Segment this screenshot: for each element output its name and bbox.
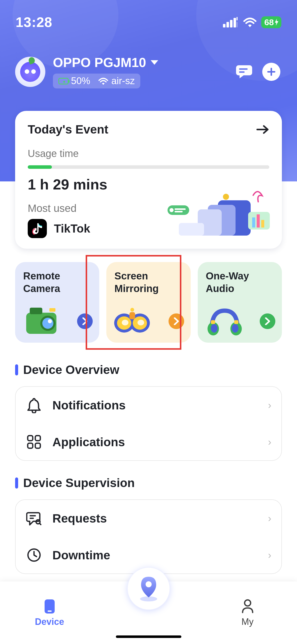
home-indicator[interactable] bbox=[116, 635, 181, 638]
tiktok-icon bbox=[28, 219, 47, 238]
location-pin-icon bbox=[137, 575, 160, 602]
svg-rect-48 bbox=[35, 443, 40, 448]
svg-point-38 bbox=[130, 308, 134, 312]
event-title: Today's Event bbox=[28, 122, 108, 136]
svg-point-41 bbox=[211, 324, 217, 333]
list-label: Notifications bbox=[52, 398, 258, 412]
svg-rect-5 bbox=[237, 22, 238, 27]
svg-rect-45 bbox=[28, 436, 33, 441]
svg-point-16 bbox=[170, 208, 174, 212]
section-header-overview: Device Overview bbox=[0, 348, 297, 377]
tab-label: Device bbox=[35, 617, 64, 627]
battery-indicator: 68 bbox=[261, 16, 281, 28]
headphones-icon bbox=[202, 300, 245, 338]
usage-time-label: Usage time bbox=[28, 148, 269, 159]
plus-icon bbox=[267, 67, 276, 76]
svg-rect-23 bbox=[261, 220, 264, 228]
applications-item[interactable]: Applications › bbox=[16, 424, 281, 460]
svg-point-19 bbox=[223, 194, 229, 200]
list-label: Requests bbox=[52, 511, 258, 525]
go-button[interactable] bbox=[77, 313, 93, 329]
go-button[interactable] bbox=[260, 313, 275, 329]
request-icon bbox=[26, 510, 42, 527]
device-battery: ✦ 50% bbox=[58, 76, 90, 86]
status-time: 13:28 bbox=[16, 14, 52, 30]
bottom-tab-bar: Device My bbox=[0, 581, 297, 644]
svg-rect-3 bbox=[234, 18, 236, 27]
go-button[interactable] bbox=[169, 313, 184, 329]
one-way-audio-card[interactable]: One-Way Audio bbox=[198, 262, 282, 343]
tab-label: My bbox=[242, 617, 254, 627]
svg-rect-26 bbox=[30, 308, 42, 314]
wifi-icon bbox=[243, 17, 257, 27]
feature-title: Screen Mirroring bbox=[114, 270, 182, 295]
tab-my[interactable]: My bbox=[198, 581, 297, 644]
location-fab[interactable] bbox=[127, 567, 170, 610]
svg-rect-47 bbox=[28, 443, 33, 448]
svg-rect-4 bbox=[237, 17, 238, 20]
section-title: Device Overview bbox=[23, 363, 119, 377]
profile-tab-icon bbox=[240, 598, 256, 615]
requests-item[interactable]: Requests › bbox=[16, 500, 281, 537]
chevron-right-icon bbox=[173, 317, 180, 325]
arrow-right-icon bbox=[256, 124, 269, 135]
svg-rect-18 bbox=[175, 211, 183, 212]
svg-rect-0 bbox=[223, 24, 225, 27]
chevron-right-icon: › bbox=[268, 550, 271, 561]
svg-rect-8 bbox=[239, 71, 245, 73]
svg-point-28 bbox=[42, 318, 53, 329]
svg-point-35 bbox=[122, 320, 128, 326]
device-wifi: air-sz bbox=[98, 76, 135, 86]
device-header-row: OPPO PGJM10 ✦ 50% air-sz bbox=[0, 32, 297, 88]
chat-icon bbox=[235, 64, 253, 78]
device-name: OPPO PGJM10 bbox=[53, 55, 146, 70]
svg-rect-44 bbox=[234, 320, 238, 324]
clock-icon bbox=[26, 547, 42, 563]
feature-title: One-Way Audio bbox=[206, 270, 274, 295]
camera-icon bbox=[20, 300, 62, 338]
apps-icon bbox=[26, 434, 42, 450]
most-used-app-name: TikTok bbox=[54, 222, 90, 235]
list-label: Applications bbox=[52, 435, 258, 449]
chevron-right-icon bbox=[264, 317, 271, 325]
svg-rect-21 bbox=[252, 217, 255, 228]
chevron-right-icon: › bbox=[268, 513, 271, 524]
battery-percent: 68 bbox=[264, 17, 274, 27]
svg-rect-55 bbox=[48, 610, 52, 612]
feature-row: Remote Camera Screen Mirroring bbox=[0, 262, 297, 343]
svg-rect-30 bbox=[49, 308, 55, 312]
section-title: Device Supervision bbox=[23, 476, 135, 490]
svg-rect-17 bbox=[175, 208, 186, 210]
add-device-button[interactable] bbox=[262, 63, 280, 81]
device-avatar[interactable] bbox=[15, 57, 45, 87]
svg-rect-7 bbox=[239, 68, 248, 70]
svg-rect-10 bbox=[267, 71, 275, 73]
bell-icon bbox=[26, 397, 42, 413]
wifi-icon bbox=[98, 77, 108, 85]
notifications-item[interactable]: Notifications › bbox=[16, 387, 281, 424]
svg-rect-43 bbox=[211, 320, 215, 324]
cellular-icon bbox=[223, 17, 239, 27]
svg-rect-14 bbox=[179, 223, 204, 236]
chevron-right-icon bbox=[82, 317, 88, 325]
svg-point-58 bbox=[146, 581, 152, 587]
svg-rect-2 bbox=[230, 20, 233, 27]
today-event-card[interactable]: Today's Event Usage time 1 h 29 mins Mos… bbox=[15, 111, 282, 249]
remote-camera-card[interactable]: Remote Camera bbox=[15, 262, 99, 343]
device-status-chip: ✦ 50% air-sz bbox=[53, 74, 140, 88]
device-selector[interactable]: OPPO PGJM10 bbox=[53, 55, 235, 70]
screen-mirroring-card[interactable]: Screen Mirroring bbox=[106, 262, 190, 343]
supervision-list: Requests › Downtime › bbox=[15, 499, 282, 574]
svg-rect-22 bbox=[257, 214, 260, 228]
status-bar: 13:28 68 bbox=[0, 0, 297, 32]
svg-point-56 bbox=[245, 600, 251, 606]
usage-illustration bbox=[168, 190, 271, 241]
feature-title: Remote Camera bbox=[23, 270, 91, 295]
messages-button[interactable] bbox=[235, 64, 253, 79]
status-indicators: 68 bbox=[223, 16, 281, 28]
tab-device[interactable]: Device bbox=[0, 581, 99, 644]
overview-list: Notifications › Applications › bbox=[15, 386, 282, 461]
list-label: Downtime bbox=[52, 548, 258, 562]
device-tab-icon bbox=[42, 598, 58, 615]
chevron-down-icon bbox=[151, 60, 158, 65]
